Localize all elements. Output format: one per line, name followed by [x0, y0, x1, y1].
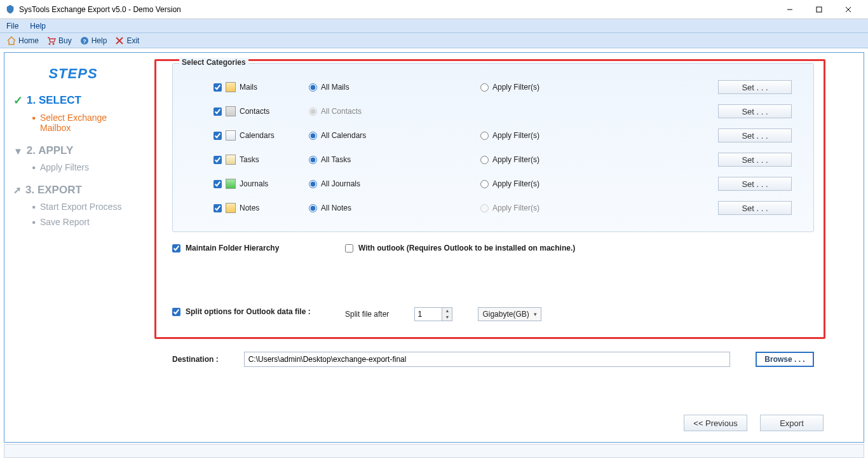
label-calendars: Calendars: [240, 131, 275, 140]
steps-heading: STEPS: [13, 66, 133, 82]
substep-select-mailbox[interactable]: Select Exchange Mailbox: [32, 113, 133, 133]
check-tasks[interactable]: [214, 156, 222, 164]
app-icon: [5, 4, 15, 15]
radio-all-notes[interactable]: [309, 204, 317, 212]
category-row-contacts: Contacts All Contacts Set . . .: [182, 99, 804, 123]
label-mails: Mails: [240, 83, 257, 92]
step-export[interactable]: ➚ 3. EXPORT: [13, 184, 133, 197]
title-bar: SysTools Exchange Export v5.0 - Demo Ver…: [0, 0, 868, 19]
radio-filter-journals[interactable]: [480, 180, 489, 188]
toolbar-exit-label: Exit: [126, 36, 139, 45]
label-all-tasks: All Tasks: [321, 155, 351, 164]
maximize-button[interactable]: [804, 0, 834, 19]
label-split-options: Split options for Outlook data file :: [186, 307, 311, 316]
set-button-calendars[interactable]: Set . . .: [718, 128, 792, 142]
substep-start-export[interactable]: Start Export Process: [32, 202, 133, 212]
label-split-after: Split file after: [345, 310, 389, 319]
substep-save-report[interactable]: Save Report: [32, 217, 133, 227]
label-with-outlook: With outlook (Requires Outlook to be ins…: [358, 244, 575, 252]
split-unit-label: Gigabyte(GB): [482, 310, 529, 319]
radio-filter-tasks[interactable]: [480, 156, 489, 164]
window-title: SysTools Exchange Export v5.0 - Demo Ver…: [19, 5, 775, 14]
label-all-calendars: All Calendars: [321, 131, 366, 140]
spinner-buttons[interactable]: ▲▼: [442, 308, 452, 321]
check-contacts[interactable]: [214, 107, 222, 116]
close-button[interactable]: [834, 0, 863, 19]
label-all-contacts: All Contacts: [321, 107, 362, 116]
menu-bar: File Help: [0, 19, 868, 33]
category-row-mails: Mails All Mails Apply Filter(s) Set . . …: [182, 75, 804, 99]
category-row-tasks: Tasks All Tasks Apply Filter(s) Set . . …: [182, 148, 804, 172]
toolbar-home-label: Home: [18, 36, 39, 45]
minimize-button[interactable]: [775, 0, 804, 19]
split-value-input[interactable]: ▲▼: [414, 307, 452, 321]
cart-icon: [46, 36, 57, 46]
toolbar-help[interactable]: ? Help: [77, 36, 110, 46]
label-all-journals: All Journals: [321, 179, 360, 188]
menu-file[interactable]: File: [6, 22, 18, 31]
opt-with-outlook-row: With outlook (Requires Outlook to be ins…: [345, 244, 575, 252]
check-calendars[interactable]: [214, 132, 222, 140]
check-notes[interactable]: [214, 204, 222, 212]
split-unit-select[interactable]: Gigabyte(GB) ▾: [478, 307, 541, 321]
browse-button[interactable]: Browse . . .: [756, 352, 814, 367]
opt-maintain-row: Maintain Folder Hierarchy: [172, 244, 279, 252]
svg-point-4: [49, 43, 51, 45]
label-maintain-hierarchy: Maintain Folder Hierarchy: [186, 244, 279, 252]
set-button-contacts[interactable]: Set . . .: [718, 104, 792, 118]
radio-all-tasks[interactable]: [309, 156, 317, 164]
substep-apply-filters[interactable]: Apply Filters: [32, 162, 133, 172]
step-apply[interactable]: ▼ 2. APPLY: [13, 144, 133, 157]
calendar-icon: [226, 130, 236, 141]
category-row-calendars: Calendars All Calendars Apply Filter(s) …: [182, 123, 804, 148]
check-journals[interactable]: [214, 180, 222, 188]
toolbar-exit[interactable]: Exit: [112, 36, 142, 46]
contacts-icon: [226, 106, 236, 116]
main-area: STEPS ✓ 1. SELECT Select Exchange Mailbo…: [4, 52, 864, 443]
category-row-notes: Notes All Notes Apply Filter(s) Set . . …: [182, 196, 804, 220]
step-select[interactable]: ✓ 1. SELECT: [13, 93, 133, 107]
destination-input[interactable]: [244, 352, 730, 367]
check-mails[interactable]: [214, 83, 222, 92]
step-export-label: 3. EXPORT: [25, 184, 82, 197]
toolbar-help-label: Help: [92, 36, 107, 45]
tasks-icon: [226, 155, 236, 165]
svg-rect-1: [817, 7, 822, 12]
radio-all-calendars[interactable]: [309, 132, 317, 140]
toolbar-home[interactable]: Home: [4, 36, 41, 46]
radio-filter-calendars[interactable]: [480, 132, 489, 140]
destination-label: Destination :: [172, 355, 219, 364]
label-filter-notes: Apply Filter(s): [492, 204, 539, 212]
label-contacts: Contacts: [240, 107, 269, 116]
svg-text:?: ?: [83, 38, 86, 45]
radio-all-mails[interactable]: [309, 83, 317, 92]
set-button-notes[interactable]: Set . . .: [718, 201, 792, 215]
set-button-mails[interactable]: Set . . .: [718, 80, 792, 94]
menu-help[interactable]: Help: [30, 22, 46, 31]
label-all-notes: All Notes: [321, 204, 351, 212]
set-button-journals[interactable]: Set . . .: [718, 177, 792, 191]
svg-point-5: [53, 43, 55, 45]
radio-filter-notes: [480, 204, 489, 212]
destination-row: Destination : Browse . . .: [172, 352, 814, 367]
label-tasks: Tasks: [240, 155, 259, 164]
check-split-options[interactable]: [172, 308, 180, 316]
split-value-field[interactable]: [415, 308, 442, 321]
set-button-tasks[interactable]: Set . . .: [718, 153, 792, 167]
previous-button[interactable]: << Previous: [684, 415, 747, 431]
step-apply-label: 2. APPLY: [27, 144, 73, 157]
status-bar: [4, 444, 864, 458]
check-maintain-hierarchy[interactable]: [172, 244, 180, 252]
toolbar-buy[interactable]: Buy: [44, 36, 74, 46]
radio-all-journals[interactable]: [309, 180, 317, 188]
home-icon: [6, 36, 17, 46]
toolbar-buy-label: Buy: [58, 36, 72, 45]
label-filter-mails: Apply Filter(s): [492, 83, 539, 92]
help-icon: ?: [79, 36, 90, 46]
radio-filter-mails[interactable]: [480, 83, 489, 92]
export-button[interactable]: Export: [760, 415, 824, 431]
categories-legend: Select Categories: [179, 58, 248, 67]
check-with-outlook[interactable]: [345, 244, 353, 252]
label-filter-tasks: Apply Filter(s): [492, 155, 539, 164]
exit-icon: [114, 36, 125, 46]
